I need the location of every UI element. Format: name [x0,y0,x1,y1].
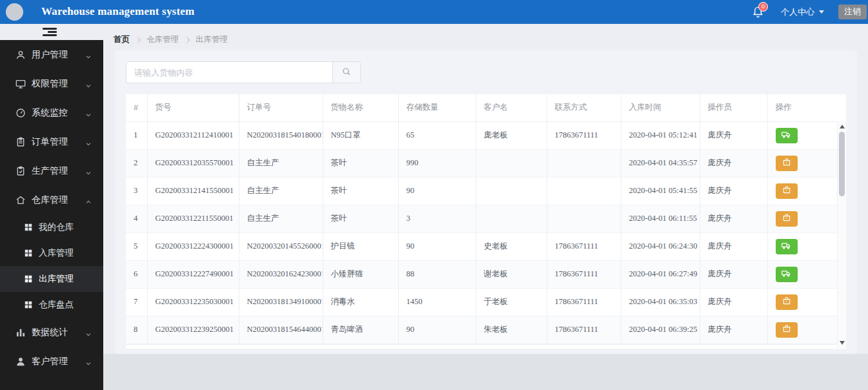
workspace: 首页 仓库管理 出库管理 用户管理 权限管理 系统监控 订单管理 [0,24,868,390]
sidebar-subitem-label: 仓库盘点 [39,299,74,311]
sidebar-item-label: 生产管理 [32,165,68,177]
pack-button[interactable] [776,183,798,199]
app-title: Warehouse management system [41,5,194,18]
col-operator: 操作员 [700,94,767,121]
monitor-icon [15,79,26,89]
cell-order-no: 自主生产 [239,149,323,177]
table-row: 3 G202003312141550001 自主生产 茶叶 90 2020-04… [126,177,837,205]
avatar[interactable] [6,3,23,21]
scrollbar-thumb[interactable] [839,132,845,196]
grid-icon [24,249,33,258]
search-input[interactable] [126,61,332,83]
cell-inbound-time: 2020-04-01 06:24:30 [621,232,700,260]
notifications-button[interactable]: 0 [752,6,764,18]
cell-actions [767,149,837,177]
sidebar-item-permissions[interactable]: 权限管理 [0,69,103,98]
cell-operator: 庞庆舟 [700,149,767,177]
sidebar-item-customers[interactable]: 客户管理 [0,347,103,376]
cell-actions [767,121,837,149]
cell-qty: 90 [398,177,476,205]
cell-goods-no: G202003312112410001 [147,121,239,149]
cell-inbound-time: 2020-04-01 04:35:57 [621,149,700,177]
scroll-up-icon[interactable] [840,125,845,128]
search-button[interactable] [332,61,361,83]
table-scrollbar[interactable] [837,121,846,348]
cell-operator: 庞庆舟 [700,121,767,149]
sidebar-item-production[interactable]: 生产管理 [0,156,103,185]
cell-goods-name: 茶叶 [323,149,398,177]
scroll-down-icon[interactable] [840,341,845,345]
pack-button[interactable] [776,156,798,171]
cell-phone: 17863671111 [547,121,621,149]
app-header: Warehouse management system 0 个人中心 注销 [0,0,868,24]
chevron-down-icon [85,358,92,369]
ship-out-button[interactable] [776,267,798,282]
cell-index: 4 [126,205,147,232]
cell-inbound-time: 2020-04-01 06:11:55 [621,205,700,232]
breadcrumb-warehouse[interactable]: 仓库管理 [146,34,179,45]
cell-goods-no: G202003312141550001 [147,177,239,205]
cell-order-no: N202003181540180001 [239,121,323,149]
home-icon [15,195,26,205]
chevron-down-icon [85,139,92,149]
chevron-up-icon [85,197,92,207]
sidebar-subitem-label: 我的仓库 [39,221,74,233]
col-order-no: 订单号 [239,94,323,121]
pack-button[interactable] [776,211,798,227]
col-customer: 客户名 [476,94,547,121]
cell-order-no: 自主生产 [239,177,323,205]
cell-qty: 90 [398,316,476,344]
content-card: # 货号 订单号 货物名称 存储数量 客户名 联系方式 入库时间 操作员 操作 [115,50,857,354]
sidebar-item-stocktake[interactable]: 仓库盘点 [0,292,103,318]
user-menu[interactable]: 个人中心 [781,6,824,18]
cell-index: 5 [126,232,147,260]
package-icon [782,158,791,169]
sidebar-item-label: 数据统计 [32,327,68,338]
cell-customer [476,205,547,232]
breadcrumb-home[interactable]: 首页 [114,34,130,45]
user-icon [15,50,26,60]
sidebar-item-label: 用户管理 [32,49,68,61]
grid-icon [24,274,33,283]
ship-out-button[interactable] [776,128,798,143]
chevron-down-icon [85,329,92,340]
cell-operator: 庞庆舟 [700,260,767,288]
sidebar-item-warehouse[interactable]: 仓库管理 [0,185,103,214]
table-row: 7 G202003312235030001 N20200318134910000… [126,288,837,316]
sidebar-subitem-label: 出库管理 [39,273,74,285]
cell-phone [547,149,621,177]
sidebar-item-monitoring[interactable]: 系统监控 [0,98,103,127]
cell-qty: 1450 [398,288,476,316]
cell-index: 1 [126,121,147,149]
truck-icon [782,269,791,280]
table-row: 2 G202003312035570001 自主生产 茶叶 990 2020-0… [126,149,837,177]
ship-out-button[interactable] [776,239,798,254]
cell-actions [767,177,837,205]
sidebar-item-label: 仓库管理 [32,194,68,206]
sidebar-item-outbound[interactable]: 出库管理 [0,266,103,292]
cell-goods-no: G202003312235030001 [147,288,239,316]
logout-button[interactable]: 注销 [838,5,867,19]
cell-phone: 17863671111 [547,288,621,316]
sidebar-item-users[interactable]: 用户管理 [0,40,103,69]
breadcrumb: 首页 仓库管理 出库管理 [114,34,228,45]
cell-actions [767,316,837,344]
sidebar-collapse-icon[interactable] [43,28,57,37]
cell-customer [476,177,547,205]
pack-button[interactable] [776,294,798,310]
sidebar-item-statistics[interactable]: 数据统计 [0,318,103,347]
truck-icon [782,130,791,141]
cell-qty: 990 [398,149,476,177]
sidebar-item-inbound[interactable]: 入库管理 [0,240,103,266]
pack-button[interactable] [776,322,798,338]
outbound-table: # 货号 订单号 货物名称 存储数量 客户名 联系方式 入库时间 操作员 操作 [126,94,846,349]
package-icon [782,324,791,335]
cell-actions [767,260,837,288]
sidebar-item-orders[interactable]: 订单管理 [0,127,103,156]
sidebar-item-my-warehouse[interactable]: 我的仓库 [0,214,103,240]
cell-inbound-time: 2020-04-01 05:12:41 [621,121,700,149]
cell-goods-name: 护目镜 [323,232,398,260]
cell-qty: 90 [398,232,476,260]
col-goods-name: 货物名称 [323,94,398,121]
cell-goods-name: 茶叶 [323,177,398,205]
